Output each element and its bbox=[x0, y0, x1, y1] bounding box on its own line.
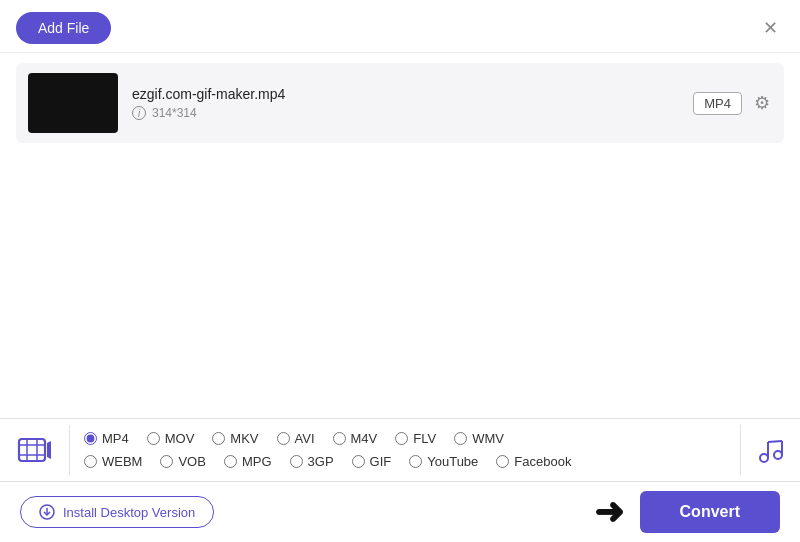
file-list: ezgif.com-gif-maker.mp4 i 314*314 MP4 ⚙ bbox=[0, 53, 800, 153]
file-item: ezgif.com-gif-maker.mp4 i 314*314 MP4 ⚙ bbox=[16, 63, 784, 143]
format-m4v[interactable]: M4V bbox=[329, 429, 382, 448]
format-m4v-label: M4V bbox=[351, 431, 378, 446]
close-button[interactable]: ✕ bbox=[757, 17, 784, 39]
right-action: ➜ Convert bbox=[594, 491, 780, 533]
file-dimensions: 314*314 bbox=[152, 106, 197, 120]
convert-button[interactable]: Convert bbox=[640, 491, 780, 533]
format-3gp[interactable]: 3GP bbox=[286, 452, 338, 471]
format-mp4-label: MP4 bbox=[102, 431, 129, 446]
file-actions: MP4 ⚙ bbox=[693, 90, 772, 116]
action-bar: Install Desktop Version ➜ Convert bbox=[0, 482, 800, 542]
format-webm[interactable]: WEBM bbox=[80, 452, 146, 471]
svg-point-6 bbox=[760, 454, 768, 462]
file-thumbnail bbox=[28, 73, 118, 133]
file-info: ezgif.com-gif-maker.mp4 i 314*314 bbox=[132, 86, 679, 120]
format-icon-area bbox=[0, 425, 70, 475]
format-mkv-label: MKV bbox=[230, 431, 258, 446]
format-avi[interactable]: AVI bbox=[273, 429, 319, 448]
arrow-icon: ➜ bbox=[594, 494, 624, 530]
content-area bbox=[0, 153, 800, 440]
settings-button[interactable]: ⚙ bbox=[752, 90, 772, 116]
format-mov-label: MOV bbox=[165, 431, 195, 446]
format-vob-label: VOB bbox=[178, 454, 205, 469]
format-webm-label: WEBM bbox=[102, 454, 142, 469]
format-mpg[interactable]: MPG bbox=[220, 452, 276, 471]
format-youtube-label: YouTube bbox=[427, 454, 478, 469]
install-desktop-button[interactable]: Install Desktop Version bbox=[20, 496, 214, 528]
format-mpg-label: MPG bbox=[242, 454, 272, 469]
install-desktop-label: Install Desktop Version bbox=[63, 505, 195, 520]
format-bar: MP4 MOV MKV AVI M4V FLV bbox=[0, 418, 800, 482]
format-badge: MP4 bbox=[693, 92, 742, 115]
format-music-area bbox=[740, 425, 800, 475]
video-format-icon bbox=[17, 432, 53, 468]
format-youtube[interactable]: YouTube bbox=[405, 452, 482, 471]
format-mp4[interactable]: MP4 bbox=[80, 429, 133, 448]
format-avi-label: AVI bbox=[295, 431, 315, 446]
format-facebook[interactable]: Facebook bbox=[492, 452, 575, 471]
format-flv-label: FLV bbox=[413, 431, 436, 446]
format-gif[interactable]: GIF bbox=[348, 452, 396, 471]
top-bar: Add File ✕ bbox=[0, 0, 800, 53]
format-3gp-label: 3GP bbox=[308, 454, 334, 469]
format-gif-label: GIF bbox=[370, 454, 392, 469]
add-file-button[interactable]: Add File bbox=[16, 12, 111, 44]
svg-rect-0 bbox=[19, 439, 45, 461]
file-name: ezgif.com-gif-maker.mp4 bbox=[132, 86, 679, 102]
format-options-container: MP4 MOV MKV AVI M4V FLV bbox=[70, 425, 740, 475]
music-icon bbox=[756, 435, 786, 465]
svg-marker-1 bbox=[47, 441, 51, 459]
format-mov[interactable]: MOV bbox=[143, 429, 199, 448]
format-facebook-label: Facebook bbox=[514, 454, 571, 469]
info-icon: i bbox=[132, 106, 146, 120]
format-wmv[interactable]: WMV bbox=[450, 429, 508, 448]
svg-line-10 bbox=[768, 441, 782, 442]
format-vob[interactable]: VOB bbox=[156, 452, 209, 471]
svg-point-7 bbox=[774, 451, 782, 459]
format-mkv[interactable]: MKV bbox=[208, 429, 262, 448]
format-flv[interactable]: FLV bbox=[391, 429, 440, 448]
format-wmv-label: WMV bbox=[472, 431, 504, 446]
download-icon bbox=[39, 504, 55, 520]
file-meta: i 314*314 bbox=[132, 106, 679, 120]
